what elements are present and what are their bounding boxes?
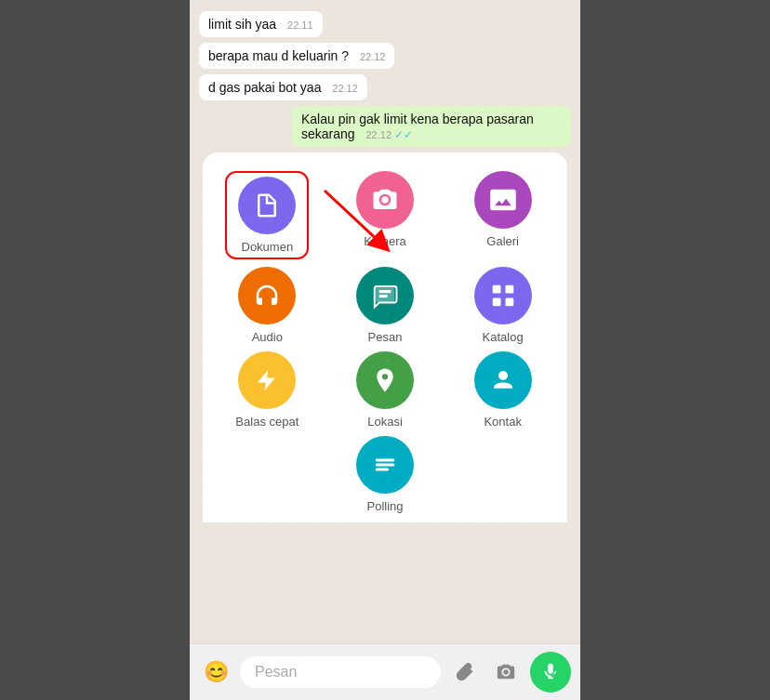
- message-text: d gas pakai bot yaa: [208, 80, 321, 95]
- dokumen-label: Dokumen: [242, 240, 294, 254]
- audio-label: Audio: [252, 330, 283, 344]
- camera-icon: [371, 186, 399, 214]
- gallery-icon: [489, 186, 517, 214]
- attachment-item-galeri[interactable]: Galeri: [461, 171, 545, 259]
- contact-icon: [489, 366, 517, 394]
- kamera-icon-circle: [356, 171, 414, 229]
- dokumen-icon-circle: [238, 177, 296, 234]
- camera-bottom-icon: [496, 662, 516, 682]
- balas-label: Balas cepat: [235, 415, 299, 429]
- attachment-item-pesan[interactable]: Pesan: [343, 267, 427, 344]
- pesan-icon-circle: [356, 267, 414, 324]
- attachment-item-kamera[interactable]: Kamera: [343, 171, 427, 259]
- catalog-icon: [489, 282, 517, 310]
- kamera-label: Kamera: [364, 234, 406, 248]
- katalog-icon-circle: [474, 267, 532, 324]
- paperclip-icon: [455, 662, 475, 682]
- attachment-item-balas-cepat[interactable]: Balas cepat: [225, 351, 309, 429]
- message-icon: [371, 282, 399, 310]
- message-text: berapa mau d keluarin ?: [208, 48, 349, 63]
- message-text: limit sih yaa: [208, 17, 276, 32]
- attachment-item-kontak[interactable]: Kontak: [461, 351, 545, 429]
- attachment-item-lokasi[interactable]: Lokasi: [343, 351, 427, 429]
- document-icon: [253, 192, 281, 219]
- message-placeholder: Pesan: [255, 664, 297, 680]
- headphone-icon: [253, 282, 281, 310]
- galeri-icon-circle: [474, 171, 532, 229]
- svg-rect-8: [505, 298, 513, 307]
- polling-icon-circle: [356, 436, 414, 494]
- quick-reply-icon: [253, 366, 281, 394]
- attachment-panel: Dokumen Kamera: [203, 152, 567, 522]
- message-2: berapa mau d keluarin ? 22.12: [199, 43, 394, 69]
- bottom-bar: 😊 Pesan: [190, 643, 580, 700]
- message-3: d gas pakai bot yaa 22.12: [199, 74, 367, 100]
- lokasi-icon-circle: [356, 351, 414, 409]
- galeri-label: Galeri: [486, 234, 519, 248]
- message-time: 22.12: [332, 83, 358, 94]
- pesan-label: Pesan: [368, 330, 403, 344]
- polling-row: Polling: [212, 436, 558, 513]
- mic-icon: [540, 662, 561, 682]
- svg-rect-6: [505, 285, 513, 294]
- phone-container: limit sih yaa 22.11 berapa mau d keluari…: [190, 0, 580, 700]
- camera-bottom-button[interactable]: [489, 655, 523, 689]
- chat-area: limit sih yaa 22.11 berapa mau d keluari…: [190, 0, 580, 643]
- balas-icon-circle: [238, 351, 296, 409]
- kontak-label: Kontak: [484, 415, 521, 429]
- attachment-item-audio[interactable]: Audio: [225, 267, 309, 344]
- audio-icon-circle: [238, 267, 296, 324]
- lokasi-label: Lokasi: [367, 415, 403, 429]
- attachment-item-dokumen[interactable]: Dokumen: [225, 171, 309, 259]
- attachment-item-polling[interactable]: Polling: [343, 436, 427, 513]
- attach-button[interactable]: [448, 655, 482, 689]
- svg-rect-5: [492, 285, 500, 294]
- mic-button[interactable]: [530, 652, 571, 693]
- message-time: 22.12: [360, 51, 386, 62]
- polling-icon: [371, 451, 399, 479]
- polling-label: Polling: [366, 499, 403, 513]
- katalog-label: Katalog: [483, 330, 524, 344]
- svg-rect-2: [376, 286, 394, 303]
- message-input[interactable]: Pesan: [240, 656, 441, 688]
- svg-rect-7: [492, 298, 500, 307]
- location-icon: [371, 366, 399, 394]
- kontak-icon-circle: [474, 351, 532, 409]
- message-1: limit sih yaa 22.11: [199, 11, 323, 37]
- message-text: Kalau pin gak limit kena berapa pasaran …: [301, 112, 534, 141]
- attachment-grid: Dokumen Kamera: [212, 171, 558, 429]
- emoji-button[interactable]: 😊: [199, 655, 232, 689]
- message-time: 22.11: [287, 20, 313, 31]
- message-time: 22.12 ✓✓: [365, 129, 413, 140]
- message-4: Kalau pin gak limit kena berapa pasaran …: [292, 106, 571, 147]
- attachment-item-katalog[interactable]: Katalog: [461, 267, 545, 344]
- svg-point-1: [496, 194, 499, 198]
